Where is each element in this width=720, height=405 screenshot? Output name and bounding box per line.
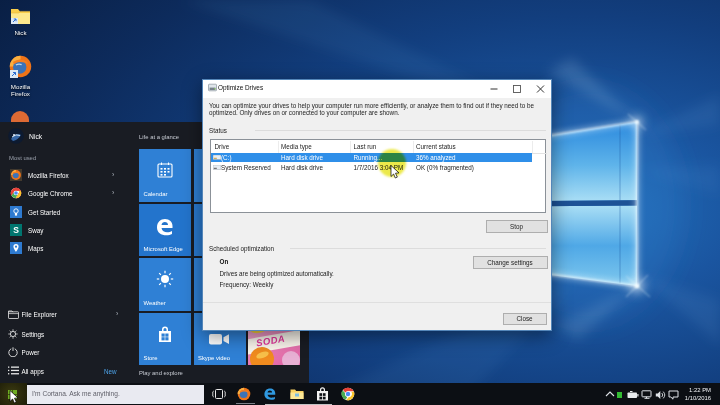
svg-text:S: S [13, 225, 19, 235]
